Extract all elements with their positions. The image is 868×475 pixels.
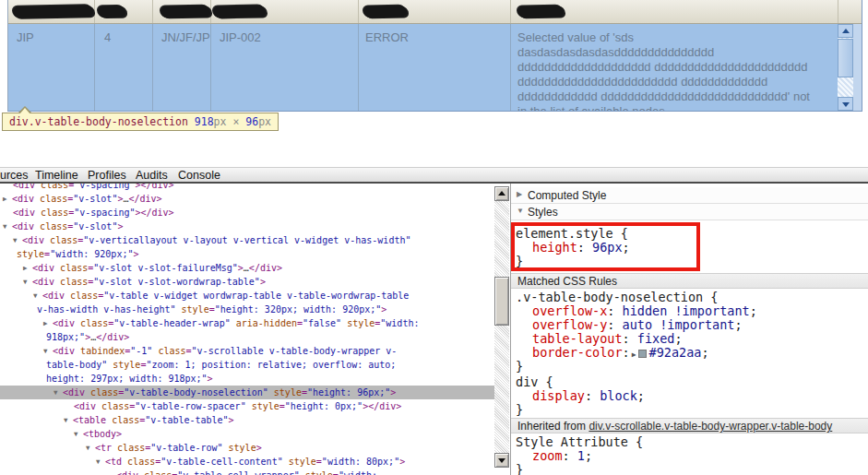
matched-rule-noselection-close: } — [516, 360, 523, 374]
error-table-row[interactable]: JIP4JN/JF/JPJIP-002ERRORSelected value o… — [8, 24, 862, 111]
matched-rule-noselection-property[interactable]: table-layout: fixed; — [532, 332, 683, 346]
css-property-name[interactable]: display — [532, 388, 585, 403]
section-expand-icon: ▶ — [517, 190, 522, 198]
tree-line[interactable]: table-body" style="zoom: 1; position: re… — [46, 358, 396, 372]
column-header[interactable] — [95, 0, 153, 23]
column-header[interactable] — [8, 0, 95, 23]
collapse-icon[interactable]: ▼ — [54, 386, 63, 399]
matched-rule-noselection-property[interactable]: border-color:▶#92a2aa; — [532, 346, 709, 362]
style-attribute-rule-close: } — [516, 463, 523, 475]
table-scroll-up-button[interactable] — [838, 24, 853, 38]
table-scrollbar[interactable] — [838, 24, 853, 111]
scroll-down-icon — [842, 102, 850, 107]
matched-rule-noselection-selector[interactable]: .v-table-body-noselection { — [516, 291, 718, 304]
tooltip-selector: div.v-table-body-noselection — [9, 115, 188, 128]
collapse-icon[interactable]: ▼ — [74, 427, 83, 441]
tree-line[interactable]: height: 297px; width: 918px;"> — [46, 372, 213, 386]
matched-rule-div-selector[interactable]: div { — [516, 375, 553, 389]
element-style-selector[interactable]: element.style { — [516, 227, 628, 241]
expand-icon[interactable]: ▶ — [632, 350, 636, 359]
tree-line[interactable]: ▼<div tabindex="-1" class="v-scrollable … — [43, 344, 397, 358]
style-attribute-rule-selector[interactable]: Style Attribute { — [516, 435, 643, 449]
css-property-value[interactable]: hidden !important — [623, 303, 750, 318]
tree-scroll-down-button[interactable] — [494, 453, 509, 468]
tree-line[interactable]: ▶<div class="v-table-header-wrap" aria-h… — [43, 316, 419, 330]
row-cell: 4 — [95, 24, 153, 111]
tree-line[interactable]: ▼<table class="v-table-table"> — [64, 413, 234, 427]
element-style-property[interactable]: height: 96px; — [532, 241, 630, 255]
row-cell: JIP — [8, 24, 95, 111]
tree-line[interactable]: ▼<tr class="v-table-row" style> — [86, 441, 262, 455]
css-property-name[interactable]: height — [532, 240, 577, 255]
collapse-icon[interactable]: ▼ — [23, 275, 32, 289]
tree-scrollbar-thumb[interactable] — [494, 277, 509, 326]
css-property-name[interactable]: border-color — [532, 345, 623, 360]
tree-line[interactable]: ▶<div class="v-slot v-slot-failureMsg">…… — [23, 261, 282, 275]
tree-line[interactable]: 918px;">…</div> — [46, 330, 129, 344]
column-header[interactable] — [153, 0, 211, 23]
collapse-icon[interactable]: ▼ — [33, 289, 42, 303]
tree-line[interactable]: <div class="v-spacing"></div> — [13, 184, 174, 192]
css-property-value[interactable]: fixed — [637, 331, 675, 346]
tree-line[interactable]: ▼<td class="v-table-cell-content" style=… — [96, 455, 405, 469]
section-collapse-icon: ▼ — [517, 207, 524, 215]
tree-line[interactable]: style="width: 920px;"> — [17, 247, 138, 261]
computed-style-section-header[interactable]: ▶ Computed Style — [511, 187, 868, 204]
tree-line[interactable]: ▼<div class="v-slot v-slot-wordwrap-tabl… — [23, 275, 266, 289]
tree-line[interactable]: ▼<div class="v-verticallayout v-layout v… — [13, 233, 410, 247]
css-property-value[interactable]: 1 — [577, 448, 585, 463]
tree-line[interactable]: ▼<div class="v-table v-widget wordwrap-t… — [33, 289, 409, 303]
tab-console[interactable]: Console — [178, 169, 220, 182]
matched-rule-noselection-property[interactable]: overflow-x: hidden !important; — [532, 304, 757, 318]
redacted-header-label — [213, 5, 266, 18]
tab-urces[interactable]: urces — [0, 169, 29, 182]
collapse-icon[interactable]: ▼ — [64, 413, 73, 427]
tree-line[interactable]: <div class="v-table-row-spacer" style="h… — [74, 399, 401, 413]
tree-scroll-up-button[interactable] — [494, 186, 509, 201]
css-property-value[interactable]: 96px — [592, 240, 623, 255]
redacted-header-label — [98, 6, 125, 18]
css-property-name[interactable]: table-layout — [532, 331, 623, 346]
tab-audits[interactable]: Audits — [136, 169, 168, 182]
collapse-icon[interactable]: ▼ — [3, 220, 12, 233]
expand-icon[interactable]: ▶ — [43, 316, 53, 330]
collapse-icon[interactable]: ▼ — [13, 233, 22, 247]
color-swatch[interactable] — [638, 350, 647, 358]
table-scroll-down-button[interactable] — [838, 97, 853, 111]
style-attribute-rule-property[interactable]: zoom: 1; — [532, 449, 592, 463]
inherited-element-link[interactable]: div.v-scrollable.v-table-body-wrapper.v-… — [589, 420, 832, 433]
row-message-cell: Selected value of 'sds dasdasdasdasdasdd… — [511, 24, 838, 111]
tree-line[interactable]: ▶<div class="v-slot">…</div> — [3, 192, 162, 206]
css-property-name[interactable]: zoom — [532, 448, 563, 463]
tooltip-height: 96 — [245, 115, 258, 128]
column-header[interactable] — [359, 0, 511, 23]
tab-timeline[interactable]: Timeline — [35, 169, 78, 182]
tree-line[interactable]: ▼<tbody> — [74, 427, 122, 441]
tree-line[interactable]: <div class="v-spacing"></div> — [13, 206, 174, 220]
column-header[interactable] — [211, 0, 359, 23]
tree-line[interactable]: v-has-width v-has-height" style="height:… — [37, 303, 386, 316]
tree-scrollbar[interactable] — [494, 186, 509, 468]
element-style-close: } — [516, 255, 523, 268]
styles-section-header[interactable]: ▼ Styles — [511, 204, 868, 220]
column-header[interactable] — [511, 0, 838, 23]
css-property-name[interactable]: overflow-y — [532, 317, 607, 332]
css-property-value[interactable]: auto !important — [623, 317, 735, 332]
collapse-icon[interactable]: ▼ — [96, 455, 105, 469]
tree-line[interactable]: <div class="v-table-cell-wrapper" style=… — [116, 469, 377, 475]
expand-icon[interactable]: ▶ — [23, 261, 32, 275]
tree-line[interactable]: ▼<div class="v-slot"> — [3, 220, 123, 233]
collapse-icon[interactable]: ▼ — [43, 344, 53, 358]
elements-tree: <div class="v-spacing"></div>▶<div class… — [0, 184, 494, 475]
scroll-down-icon — [498, 458, 505, 463]
table-scrollbar-thumb[interactable] — [838, 39, 853, 77]
css-property-name[interactable]: overflow-x — [532, 303, 607, 318]
tab-profiles[interactable]: Profiles — [88, 169, 126, 182]
css-property-value[interactable]: block — [600, 388, 637, 403]
css-property-value[interactable]: #92a2aa — [649, 345, 702, 360]
matched-rule-noselection-property[interactable]: overflow-y: auto !important; — [532, 318, 743, 332]
expand-icon[interactable]: ▶ — [3, 192, 12, 206]
collapse-icon[interactable]: ▼ — [86, 441, 95, 455]
matched-rule-div-property[interactable]: display: block; — [532, 389, 645, 403]
tree-line-selected[interactable]: ▼<div class="v-table-body-noselection" s… — [0, 386, 494, 399]
